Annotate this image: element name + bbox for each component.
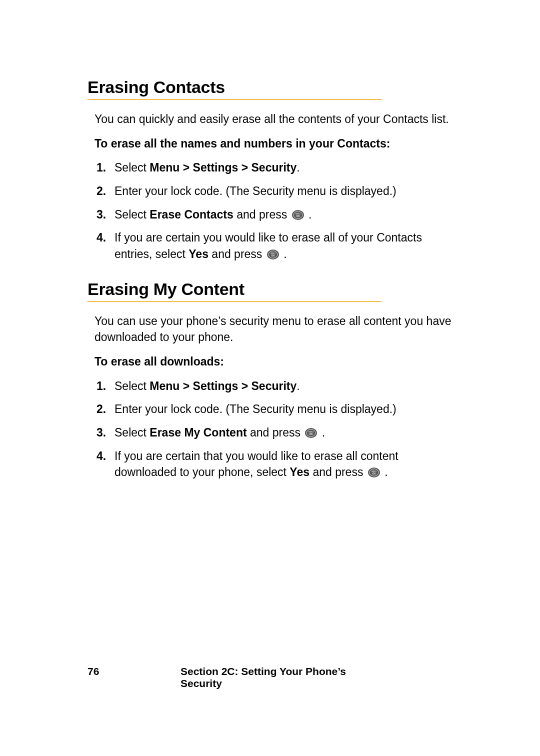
step-text: and press (208, 248, 266, 260)
step-bold: Yes (188, 248, 208, 260)
ok-button-icon: MENUOK (266, 249, 280, 260)
footer-section-title: Section 2C: Setting Your Phone’s Securit… (180, 666, 386, 690)
list-item: Select Erase My Content and press MENUOK… (94, 424, 460, 441)
step-text: Select (114, 426, 150, 439)
step-text: and press (247, 426, 304, 439)
step-text: Select (114, 208, 150, 221)
step-text: . (382, 466, 388, 478)
svg-text:OK: OK (296, 215, 300, 218)
page-number: 76 (88, 666, 178, 690)
svg-text:OK: OK (310, 433, 314, 436)
list-item: Enter your lock code. (The Security menu… (94, 401, 460, 418)
manual-page: Erasing Contacts You can quickly and eas… (0, 0, 540, 756)
ok-button-icon: MENUOK (292, 210, 304, 220)
heading-rule (88, 99, 382, 100)
step-text: and press (310, 466, 366, 478)
list-item: Select Erase Contacts and press MENUOK . (94, 206, 460, 223)
step-text: . (296, 161, 300, 174)
step-text: . (318, 426, 325, 439)
list-item: If you are certain that you would like t… (94, 448, 460, 480)
step-text: . (296, 380, 300, 392)
step-text: . (306, 208, 312, 221)
step-text: Select (114, 161, 150, 174)
intro-paragraph: You can quickly and easily erase all the… (94, 111, 460, 128)
step-bold: Menu > Settings > Security (150, 380, 296, 392)
list-item: If you are certain you would like to era… (94, 230, 460, 262)
intro-paragraph: You can use your phone’s security menu t… (94, 313, 460, 346)
step-text: Enter your lock code. (The Security menu… (114, 184, 396, 198)
heading-rule (88, 301, 382, 302)
section-erasing-contacts: Erasing Contacts You can quickly and eas… (88, 78, 460, 262)
step-text: Enter your lock code. (The Security menu… (114, 402, 396, 416)
list-item: Select Menu > Settings > Security. (94, 160, 460, 176)
step-bold: Yes (290, 466, 310, 478)
list-item: Enter your lock code. (The Security menu… (94, 183, 460, 200)
ok-button-icon: MENUOK (368, 467, 380, 478)
section-heading: Erasing My Content (88, 280, 460, 299)
ok-button-icon: MENUOK (304, 428, 318, 438)
svg-text:OK: OK (372, 472, 376, 475)
page-footer: 76 Section 2C: Setting Your Phone’s Secu… (88, 666, 386, 690)
lead-in: To erase all downloads: (94, 354, 460, 370)
lead-in: To erase all the names and numbers in yo… (94, 136, 460, 152)
section-body: You can use your phone’s security menu t… (94, 313, 460, 480)
step-bold: Erase My Content (150, 426, 246, 439)
step-bold: Menu > Settings > Security (150, 161, 296, 174)
step-list: Select Menu > Settings > Security. Enter… (94, 378, 460, 480)
svg-text:OK: OK (271, 254, 275, 257)
step-text: and press (234, 208, 290, 221)
section-erasing-my-content: Erasing My Content You can use your phon… (88, 280, 460, 480)
section-heading: Erasing Contacts (88, 78, 460, 97)
step-text: Select (114, 380, 150, 392)
list-item: Select Menu > Settings > Security. (94, 378, 460, 394)
section-body: You can quickly and easily erase all the… (94, 111, 460, 262)
step-list: Select Menu > Settings > Security. Enter… (94, 160, 460, 262)
step-bold: Erase Contacts (150, 208, 233, 221)
step-text: . (280, 248, 287, 260)
